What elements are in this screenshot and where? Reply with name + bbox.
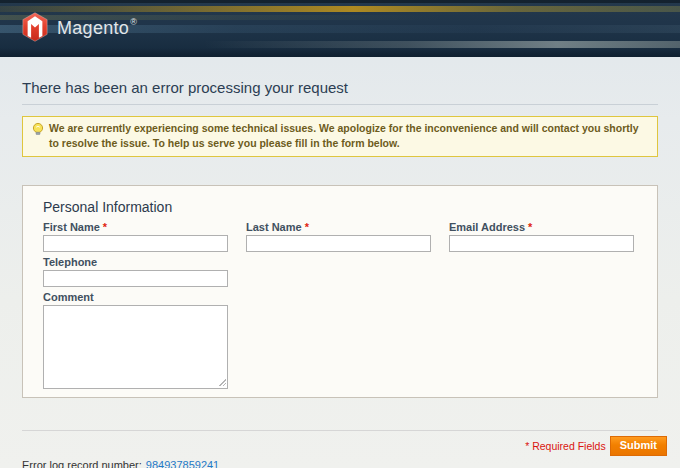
brand: Magento® <box>22 12 137 46</box>
email-address-label: Email Address* <box>449 221 634 233</box>
comment-textarea[interactable] <box>43 305 228 389</box>
comment-field-wrap <box>43 305 228 389</box>
submit-button[interactable]: Submit <box>610 436 667 456</box>
notice-text: We are currently experiencing some techn… <box>49 122 639 149</box>
error-log-label: Error log record number: <box>22 459 142 468</box>
email-address-input[interactable] <box>449 235 634 252</box>
app-header: Magento® <box>0 0 680 57</box>
form-actions: * Required Fields Submit <box>22 431 658 456</box>
first-name-label: First Name* <box>43 221 228 233</box>
magento-logo-icon <box>22 12 48 46</box>
personal-information-panel: Personal Information First Name* Last Na… <box>22 185 658 398</box>
required-asterisk: * <box>103 221 107 233</box>
label-text: Email Address <box>449 221 525 233</box>
header-streak <box>0 48 680 57</box>
field-email-address: Email Address* <box>449 221 634 252</box>
label-text: Telephone <box>43 256 97 268</box>
field-comment: Comment <box>43 291 228 389</box>
error-log-link[interactable]: 984937859241 <box>146 459 219 468</box>
page-title: There has been an error processing your … <box>22 57 658 105</box>
form-row: First Name* Last Name* Email Address* <box>43 221 637 252</box>
label-text: Comment <box>43 291 94 303</box>
telephone-input[interactable] <box>43 270 228 287</box>
field-last-name: Last Name* <box>246 221 431 252</box>
lightbulb-icon <box>31 122 45 136</box>
last-name-input[interactable] <box>246 235 431 252</box>
comment-label: Comment <box>43 291 228 303</box>
section-title: Personal Information <box>43 200 637 215</box>
brand-text: Magento <box>57 18 129 38</box>
telephone-label: Telephone <box>43 256 228 268</box>
header-streak <box>0 0 680 3</box>
brand-name: Magento® <box>57 18 137 39</box>
label-text: First Name <box>43 221 100 233</box>
label-text: Last Name <box>246 221 302 233</box>
error-log-line: Error log record number:984937859241 <box>22 456 658 468</box>
main-content: There has been an error processing your … <box>0 57 680 468</box>
first-name-input[interactable] <box>43 235 228 252</box>
notice-box: We are currently experiencing some techn… <box>22 116 658 157</box>
field-telephone: Telephone <box>43 256 228 287</box>
required-asterisk: * <box>305 221 309 233</box>
last-name-label: Last Name* <box>246 221 431 233</box>
trademark: ® <box>130 17 137 27</box>
field-first-name: First Name* <box>43 221 228 252</box>
required-asterisk: * <box>528 221 532 233</box>
required-fields-note: * Required Fields <box>525 440 606 452</box>
